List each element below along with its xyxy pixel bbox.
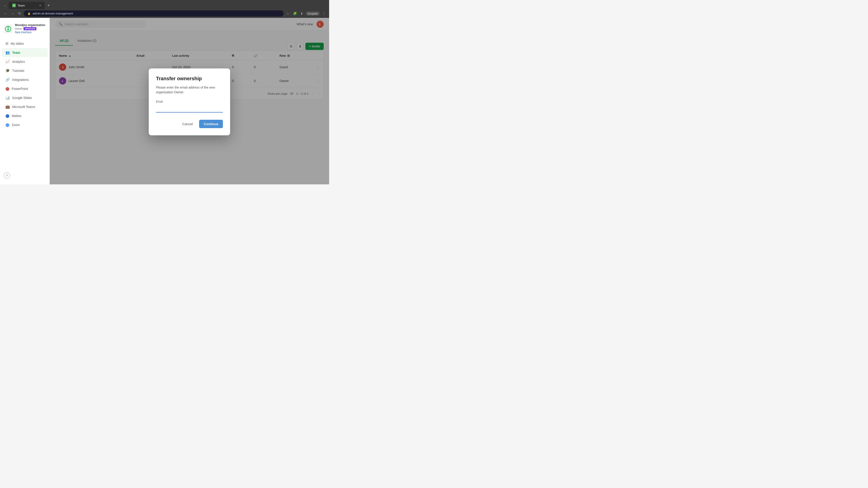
address-bar[interactable]: 🔒 admin.sli.do/user-management xyxy=(24,10,284,17)
sidebar-item-team[interactable]: 👥 Team xyxy=(2,48,48,57)
email-input[interactable] xyxy=(156,105,223,112)
modal-title: Transfer ownership xyxy=(156,76,223,82)
sidebar-item-label: PowerPoint xyxy=(12,87,28,91)
upgrade-badge[interactable]: UPGRADE xyxy=(24,27,36,30)
team-icon: 👥 xyxy=(5,51,10,55)
reload-btn[interactable]: ↻ xyxy=(17,10,22,17)
menu-icon[interactable]: ⋮ xyxy=(321,11,327,16)
tab-favicon: S xyxy=(12,4,16,7)
address-text: admin.sli.do/user-management xyxy=(33,12,73,15)
tab-bar: ⌄ S Team × + xyxy=(0,0,329,9)
extensions-icon[interactable]: 🧩 xyxy=(292,11,298,16)
sidebar-item-label: Microsoft Teams xyxy=(12,105,35,109)
tutorials-icon: 🎓 xyxy=(5,68,10,73)
sidebar-item-label: Google Slides xyxy=(12,96,32,100)
new-interface-btn[interactable]: New interface xyxy=(15,30,45,34)
modal-overlay: Transfer ownership Please enter the emai… xyxy=(50,18,329,184)
lock-icon: 🔒 xyxy=(27,12,31,15)
main-content: 🔍 Search members What's new L All (2) In… xyxy=(50,18,329,184)
sidebar-bottom: ? xyxy=(0,169,50,182)
sidebar-item-microsoft-teams[interactable]: 💼 Microsoft Teams xyxy=(2,102,48,111)
sidebar-item-webex[interactable]: ⬤ Webex xyxy=(2,111,48,120)
browser-toolbar: ← → ↻ 🔒 admin.sli.do/user-management ☆ 🧩… xyxy=(0,9,329,18)
integrations-icon: 🔗 xyxy=(5,77,10,82)
microsoft-teams-icon: 💼 xyxy=(5,105,10,109)
org-name: Moodjoy organization xyxy=(15,23,45,27)
sidebar-item-powerpoint[interactable]: ⬤ PowerPoint xyxy=(2,84,48,93)
zoom-icon: ⬤ xyxy=(5,123,9,127)
powerpoint-icon: ⬤ xyxy=(5,87,9,91)
org-info: Moodjoy organization Owner UPGRADE New i… xyxy=(15,23,45,34)
incognito-badge: Incognito xyxy=(306,11,320,15)
sidebar-item-label: Tutorials xyxy=(12,69,24,72)
sidebar-item-integrations[interactable]: 🔗 Integrations xyxy=(2,75,48,84)
help-button[interactable]: ? xyxy=(4,172,10,179)
email-label: Email xyxy=(156,100,223,103)
svg-rect-3 xyxy=(7,29,9,31)
grid-icon: ⊞ xyxy=(5,41,8,46)
modal-actions: Cancel Continue xyxy=(156,120,223,128)
transfer-ownership-modal: Transfer ownership Please enter the emai… xyxy=(149,68,230,135)
modal-description: Please enter the email address of the ne… xyxy=(156,85,223,95)
tab-close-btn[interactable]: × xyxy=(39,4,41,7)
cancel-button[interactable]: Cancel xyxy=(179,120,196,128)
analytics-icon: 📈 xyxy=(5,59,10,64)
new-tab-btn[interactable]: + xyxy=(46,2,52,9)
slido-logo-icon xyxy=(4,24,13,33)
back-btn[interactable]: ← xyxy=(3,11,8,17)
sidebar-item-tutorials[interactable]: 🎓 Tutorials xyxy=(2,66,48,75)
tab-switcher[interactable]: ⌄ xyxy=(2,3,8,8)
google-slides-icon: 📊 xyxy=(5,96,10,100)
org-role-row: Owner UPGRADE xyxy=(15,27,45,30)
svg-point-2 xyxy=(7,27,9,28)
browser-tab: S Team × xyxy=(8,2,45,9)
sidebar: Moodjoy organization Owner UPGRADE New i… xyxy=(0,18,50,184)
sidebar-item-label: Zoom xyxy=(12,123,20,127)
download-icon[interactable]: ⬇ xyxy=(300,11,304,16)
sidebar-item-label: My slidos xyxy=(11,42,24,45)
sidebar-item-label: Team xyxy=(12,51,20,55)
sidebar-item-google-slides[interactable]: 📊 Google Slides xyxy=(2,93,48,102)
tab-title: Team xyxy=(18,4,37,7)
browser-chrome: ⌄ S Team × + ← → ↻ 🔒 admin.sli.do/user-m… xyxy=(0,0,329,18)
sidebar-nav: ⊞ My slidos 👥 Team 📈 Analytics 🎓 Tutoria… xyxy=(0,38,50,169)
sidebar-item-label: Analytics xyxy=(12,60,25,64)
app-container: Moodjoy organization Owner UPGRADE New i… xyxy=(0,18,329,184)
org-role: Owner xyxy=(15,27,22,30)
toolbar-actions: ☆ 🧩 ⬇ Incognito ⋮ xyxy=(285,11,327,16)
bookmark-icon[interactable]: ☆ xyxy=(285,11,290,16)
sidebar-item-zoom[interactable]: ⬤ Zoom xyxy=(2,121,48,129)
forward-btn[interactable]: → xyxy=(10,11,16,17)
webex-icon: ⬤ xyxy=(5,113,9,118)
sidebar-item-analytics[interactable]: 📈 Analytics xyxy=(2,57,48,66)
sidebar-item-label: Integrations xyxy=(12,78,29,82)
sidebar-logo-section: Moodjoy organization Owner UPGRADE New i… xyxy=(0,22,50,38)
sidebar-item-my-slidos[interactable]: ⊞ My slidos xyxy=(2,39,48,48)
continue-button[interactable]: Continue xyxy=(199,120,223,128)
sidebar-item-label: Webex xyxy=(12,114,22,118)
